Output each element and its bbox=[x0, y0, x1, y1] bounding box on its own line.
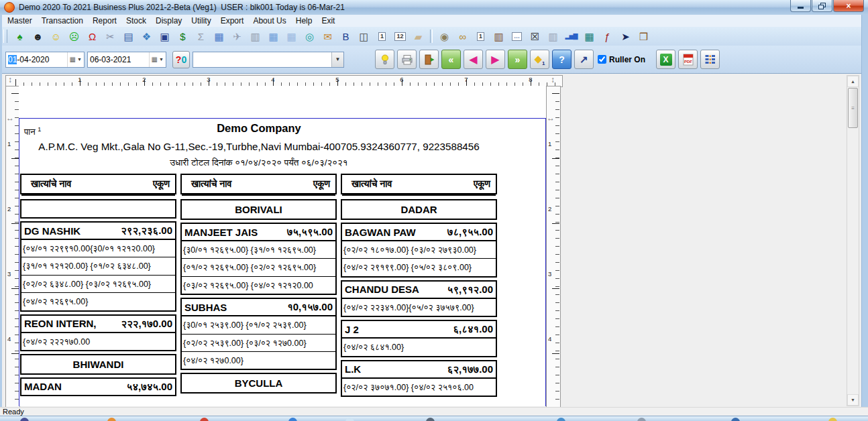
layout-settings-button[interactable] bbox=[700, 50, 720, 69]
exit-door-button[interactable]: ❒ bbox=[635, 28, 653, 44]
palm-tree-button[interactable]: ♠ bbox=[11, 28, 29, 44]
taskbar-icon[interactable] bbox=[426, 418, 435, 421]
mail-export-button[interactable]: ✉ bbox=[319, 28, 337, 44]
send-plane-button[interactable]: ✈ bbox=[228, 28, 246, 44]
report-table: खात्यांचे नावएकूणDG NASHIK२९२,२३६.00{०४/… bbox=[20, 174, 498, 400]
ruler-checkbox[interactable] bbox=[598, 55, 606, 64]
glasses-add-button[interactable]: ∞ bbox=[453, 28, 472, 44]
menu-item-report[interactable]: Report bbox=[88, 16, 121, 25]
account-detail: {०४/०१ २२९९१0.00{३0/०१ १२१२0.00} bbox=[21, 240, 175, 257]
page-one-button[interactable]: 1 bbox=[373, 28, 391, 44]
previous-page-button[interactable]: ◀ bbox=[464, 50, 483, 69]
edit-form-button[interactable]: ▤ bbox=[119, 28, 138, 44]
resize-vertical-handle-icon[interactable]: ↕ bbox=[551, 76, 555, 84]
page-onetwo-button[interactable]: 12 bbox=[391, 28, 409, 44]
menu-item-utility[interactable]: Utility bbox=[186, 16, 215, 25]
notepad-cancel-button[interactable]: ☒ bbox=[526, 28, 544, 44]
print-button[interactable] bbox=[397, 50, 417, 69]
chevron-down-icon: ▼ bbox=[159, 57, 164, 62]
toolbar-separator bbox=[430, 29, 433, 43]
taskbar-icon[interactable] bbox=[557, 418, 565, 421]
account-total: ५४,७४५.00 bbox=[127, 381, 172, 393]
money-bag-button[interactable]: $ bbox=[174, 28, 192, 44]
menu-item-stock[interactable]: Stock bbox=[121, 16, 151, 25]
menu-item-export[interactable]: Export bbox=[216, 16, 249, 25]
date-to-calendar-button[interactable]: ▦ ▼ bbox=[149, 52, 166, 67]
last-page-button[interactable]: » bbox=[508, 50, 527, 69]
bar-chart-button[interactable]: ▂▅▇ bbox=[562, 28, 580, 44]
run-icon: ➤ bbox=[621, 32, 630, 42]
books-add-button[interactable]: ▥ bbox=[490, 28, 508, 44]
columns-book-button[interactable]: ◫ bbox=[355, 28, 373, 44]
server-export-button[interactable]: ▥ bbox=[544, 28, 562, 44]
taskbar-icon[interactable] bbox=[20, 418, 29, 421]
comment-button[interactable]: … bbox=[508, 28, 526, 44]
db-search-button[interactable]: ◉ bbox=[435, 28, 453, 44]
menu-item-exit[interactable]: Exit bbox=[317, 16, 339, 25]
export-view-button[interactable]: ↗ bbox=[574, 50, 594, 69]
sad-face-button[interactable]: ☹ bbox=[65, 28, 83, 44]
dialog-window-button[interactable]: ▣ bbox=[156, 28, 174, 44]
os-taskbar[interactable] bbox=[0, 416, 868, 421]
run-button[interactable]: ➤ bbox=[616, 28, 635, 44]
mask-button[interactable]: Ω bbox=[83, 28, 101, 44]
add-nodes-button[interactable]: ❖ bbox=[138, 28, 156, 44]
ruler-number: 1 bbox=[548, 140, 551, 147]
happy-face-button[interactable]: ☺ bbox=[47, 28, 65, 44]
resize-vertical-handle-icon[interactable]: ↕ bbox=[8, 76, 12, 84]
menu-item-display[interactable]: Display bbox=[151, 16, 186, 25]
close-button[interactable]: × bbox=[833, 0, 864, 12]
spy-person-button[interactable]: ☻ bbox=[29, 28, 47, 44]
taskbar-icon[interactable] bbox=[731, 418, 740, 421]
taskbar-icon[interactable] bbox=[345, 418, 354, 421]
vertical-ruler-right[interactable]: 1234 bbox=[546, 86, 561, 407]
date-from-field[interactable]: 01 -04-2020 ▦ ▼ bbox=[5, 52, 85, 68]
calendar-grid-button[interactable]: ▦ bbox=[210, 28, 228, 44]
calculator-button[interactable]: ▦ bbox=[580, 28, 598, 44]
scroll-down-button[interactable]: ▼ bbox=[847, 394, 859, 406]
menu-item-help[interactable]: Help bbox=[291, 16, 317, 25]
taskbar-icon[interactable] bbox=[637, 418, 646, 421]
page-number-button[interactable]: 1 bbox=[472, 28, 490, 44]
date-to-field[interactable]: 06-03-2021 ▦ ▼ bbox=[87, 52, 166, 68]
combobox-dropdown-button[interactable]: ▼ bbox=[331, 52, 343, 67]
cd-delivery-button[interactable]: ◎ bbox=[301, 28, 319, 44]
first-page-button[interactable]: « bbox=[441, 50, 461, 69]
query-totals-button[interactable]: ?0 bbox=[172, 51, 190, 68]
scrollbar-thumb[interactable]: ≡ bbox=[848, 88, 858, 128]
cut-button[interactable]: ✂ bbox=[101, 28, 119, 44]
taskbar-icon[interactable] bbox=[107, 418, 116, 421]
table-button[interactable]: ▦ bbox=[264, 28, 282, 44]
menu-item-about-us[interactable]: About Us bbox=[248, 16, 290, 25]
resize-horizontal-handle-icon[interactable]: ↔ bbox=[547, 114, 555, 122]
scroll-up-button[interactable]: ▲ bbox=[847, 76, 859, 87]
date-from-calendar-button[interactable]: ▦ ▼ bbox=[67, 52, 84, 67]
account-total: २२२,१७0.00 bbox=[121, 318, 173, 330]
help-button[interactable]: ? bbox=[552, 50, 572, 69]
zoom-page-button[interactable]: ◆1 bbox=[530, 50, 549, 69]
ruler-checkbox-label[interactable]: Ruller On bbox=[609, 55, 645, 64]
tips-button[interactable] bbox=[375, 50, 394, 69]
excel-export-button[interactable]: X bbox=[656, 50, 675, 69]
db-transfer-button[interactable]: ▥ bbox=[246, 28, 264, 44]
toolbar-grip[interactable] bbox=[3, 29, 7, 43]
pdf-export-button[interactable]: PDF bbox=[678, 50, 698, 69]
taskbar-icon[interactable] bbox=[828, 418, 837, 421]
next-page-button[interactable]: ▶ bbox=[486, 50, 505, 69]
taskbar-icon[interactable] bbox=[288, 418, 297, 421]
fx-button[interactable]: ƒ bbox=[598, 28, 616, 44]
menu-item-transaction[interactable]: Transaction bbox=[37, 16, 88, 25]
bold-button[interactable]: B bbox=[337, 28, 355, 44]
resize-horizontal-handle-icon[interactable]: ↔ bbox=[6, 114, 14, 122]
menu-item-master[interactable]: Master bbox=[3, 16, 37, 25]
vertical-scrollbar[interactable]: ▲ ≡ ▼ bbox=[847, 75, 859, 406]
table-alt-button[interactable]: ▦ bbox=[282, 28, 301, 44]
restore-button[interactable] bbox=[812, 0, 832, 12]
eraser-button[interactable]: ▰ bbox=[409, 28, 427, 44]
minimize-button[interactable] bbox=[790, 0, 811, 12]
vertical-ruler-left[interactable]: 1234 bbox=[5, 86, 20, 407]
close-preview-button[interactable] bbox=[419, 50, 439, 69]
taskbar-icon[interactable] bbox=[200, 418, 209, 421]
formula-button[interactable]: Σ bbox=[192, 28, 210, 44]
account-combobox[interactable]: ▼ bbox=[193, 52, 344, 68]
